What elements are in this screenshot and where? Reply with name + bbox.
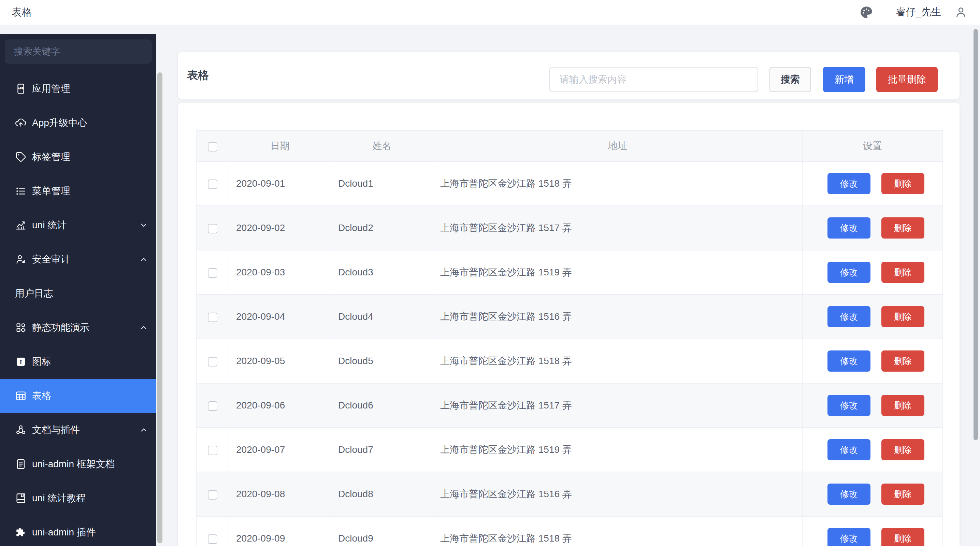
chevron-down-icon xyxy=(139,221,148,230)
cell-address: 上海市普陀区金沙江路 1517 弄 xyxy=(433,383,802,428)
search-button[interactable]: 搜索 xyxy=(770,67,811,92)
table-row: 2020-09-05Dcloud5上海市普陀区金沙江路 1518 弄修改删除 xyxy=(196,339,943,383)
topbar: 表格 睿仔_先生 xyxy=(0,0,980,25)
cell-name: Dcloud1 xyxy=(331,161,433,206)
table-card: 日期 姓名 地址 设置 2020-09-01Dcloud1上海市普陀区金沙江路 … xyxy=(178,103,959,546)
edit-button[interactable]: 修改 xyxy=(827,173,870,194)
icons-icon: I xyxy=(15,356,27,368)
cell-address: 上海市普陀区金沙江路 1518 弄 xyxy=(433,339,802,383)
edit-button[interactable]: 修改 xyxy=(827,439,870,460)
cell-date: 2020-09-02 xyxy=(229,206,331,250)
cell-name: Dcloud7 xyxy=(331,428,433,472)
table-row: 2020-09-04Dcloud4上海市普陀区金沙江路 1516 弄修改删除 xyxy=(196,294,943,339)
chevron-up-icon xyxy=(139,323,148,332)
sidebar-item-app-upgrade[interactable]: App升级中心 xyxy=(0,106,156,140)
sidebar-item-label: uni 统计教程 xyxy=(32,492,86,505)
sidebar-item-label: 用户日志 xyxy=(15,287,53,300)
sidebar-item-menu-management[interactable]: 菜单管理 xyxy=(0,174,156,208)
sidebar-item-table[interactable]: 表格 xyxy=(0,379,156,413)
row-checkbox[interactable] xyxy=(208,401,217,411)
sidebar-search-box[interactable] xyxy=(5,40,151,64)
username[interactable]: 睿仔_先生 xyxy=(896,5,941,19)
sidebar-item-icons[interactable]: I 图标 xyxy=(0,345,156,379)
delete-button[interactable]: 删除 xyxy=(881,262,924,283)
cell-address: 上海市普陀区金沙江路 1516 弄 xyxy=(433,472,802,516)
row-checkbox[interactable] xyxy=(208,490,217,500)
row-checkbox[interactable] xyxy=(208,224,217,233)
table-row: 2020-09-08Dcloud8上海市普陀区金沙江路 1516 弄修改删除 xyxy=(196,472,943,516)
add-button[interactable]: 新增 xyxy=(823,67,865,92)
page-title: 表格 xyxy=(187,52,209,99)
select-all-checkbox[interactable] xyxy=(208,142,217,151)
edit-button[interactable]: 修改 xyxy=(827,528,870,546)
edit-button[interactable]: 修改 xyxy=(827,350,870,372)
chevron-up-icon xyxy=(139,255,148,264)
row-checkbox[interactable] xyxy=(208,535,217,544)
delete-button[interactable]: 删除 xyxy=(881,217,924,239)
tag-management-icon xyxy=(15,151,27,163)
edit-button[interactable]: 修改 xyxy=(827,484,870,505)
edit-button[interactable]: 修改 xyxy=(827,262,870,283)
column-header-name: 姓名 xyxy=(331,131,433,161)
table-icon xyxy=(15,390,27,402)
topbar-title: 表格 xyxy=(11,5,32,19)
app-management-icon: APP xyxy=(15,83,27,94)
cell-date: 2020-09-06 xyxy=(229,383,331,428)
bulk-delete-button[interactable]: 批量删除 xyxy=(876,67,938,92)
data-table: 日期 姓名 地址 设置 2020-09-01Dcloud1上海市普陀区金沙江路 … xyxy=(196,131,943,546)
sidebar-item-tag-management[interactable]: 标签管理 xyxy=(0,140,156,174)
sidebar-item-label: 表格 xyxy=(32,389,51,402)
sidebar-item-label: 应用管理 xyxy=(32,82,70,95)
table-row: 2020-09-06Dcloud6上海市普陀区金沙江路 1517 弄修改删除 xyxy=(196,383,943,428)
page-header-card: 表格 搜索 新增 批量删除 xyxy=(178,52,959,99)
delete-button[interactable]: 删除 xyxy=(881,484,924,505)
sidebar-item-security-audit[interactable]: 安全审计 xyxy=(0,242,156,276)
column-header-settings: 设置 xyxy=(802,131,943,161)
sidebar-item-stats-tutorial[interactable]: uni 统计教程 xyxy=(0,481,156,515)
edit-button[interactable]: 修改 xyxy=(827,306,870,327)
delete-button[interactable]: 删除 xyxy=(881,395,924,416)
cell-date: 2020-09-05 xyxy=(229,339,331,383)
sidebar-search-input[interactable] xyxy=(14,46,142,57)
cell-date: 2020-09-09 xyxy=(229,516,331,546)
cell-date: 2020-09-07 xyxy=(229,428,331,472)
row-checkbox[interactable] xyxy=(208,268,217,278)
theme-palette-icon[interactable] xyxy=(859,5,874,20)
sidebar-item-label: 菜单管理 xyxy=(32,185,70,197)
sidebar-item-plugins[interactable]: uni-admin 插件 xyxy=(0,515,156,546)
delete-button[interactable]: 删除 xyxy=(881,528,924,546)
user-avatar-icon[interactable] xyxy=(953,5,969,20)
sidebar-item-uni-stats[interactable]: uni 统计 xyxy=(0,208,156,242)
row-checkbox[interactable] xyxy=(208,446,217,455)
sidebar-item-static-demo[interactable]: 静态功能演示 xyxy=(0,310,156,345)
delete-button[interactable]: 删除 xyxy=(881,306,924,327)
row-checkbox[interactable] xyxy=(208,357,217,366)
sidebar-item-user-logs[interactable]: 用户日志 xyxy=(0,276,156,310)
sidebar-item-label: 安全审计 xyxy=(32,253,70,266)
table-search-input[interactable] xyxy=(549,67,758,92)
row-checkbox[interactable] xyxy=(208,313,217,322)
delete-button[interactable]: 删除 xyxy=(881,350,924,372)
edit-button[interactable]: 修改 xyxy=(827,217,870,239)
svg-text:I: I xyxy=(20,359,22,366)
sidebar-item-app-management[interactable]: APP 应用管理 xyxy=(0,72,156,106)
sidebar-item-label: uni-admin 框架文档 xyxy=(32,458,115,471)
delete-button[interactable]: 删除 xyxy=(881,439,924,460)
window-scrollbar[interactable] xyxy=(974,29,978,440)
sidebar-item-framework-docs[interactable]: uni-admin 框架文档 xyxy=(0,447,156,481)
cell-date: 2020-09-04 xyxy=(229,294,331,339)
sidebar-scrollbar[interactable] xyxy=(157,72,162,543)
table-row: 2020-09-02Dcloud2上海市普陀区金沙江路 1517 弄修改删除 xyxy=(196,206,943,250)
row-checkbox[interactable] xyxy=(208,180,217,189)
stats-tutorial-icon xyxy=(15,492,27,504)
sidebar-item-label: uni 统计 xyxy=(32,219,67,232)
svg-text:APP: APP xyxy=(18,87,24,90)
delete-button[interactable]: 删除 xyxy=(881,173,924,194)
sidebar-item-docs-plugins[interactable]: 文档与插件 xyxy=(0,413,156,447)
cell-date: 2020-09-08 xyxy=(229,472,331,516)
security-audit-icon xyxy=(15,253,27,265)
edit-button[interactable]: 修改 xyxy=(827,395,870,416)
docs-plugins-icon xyxy=(15,424,27,436)
sidebar-item-label: App升级中心 xyxy=(32,116,88,129)
sidebar-item-label: 静态功能演示 xyxy=(32,321,89,334)
